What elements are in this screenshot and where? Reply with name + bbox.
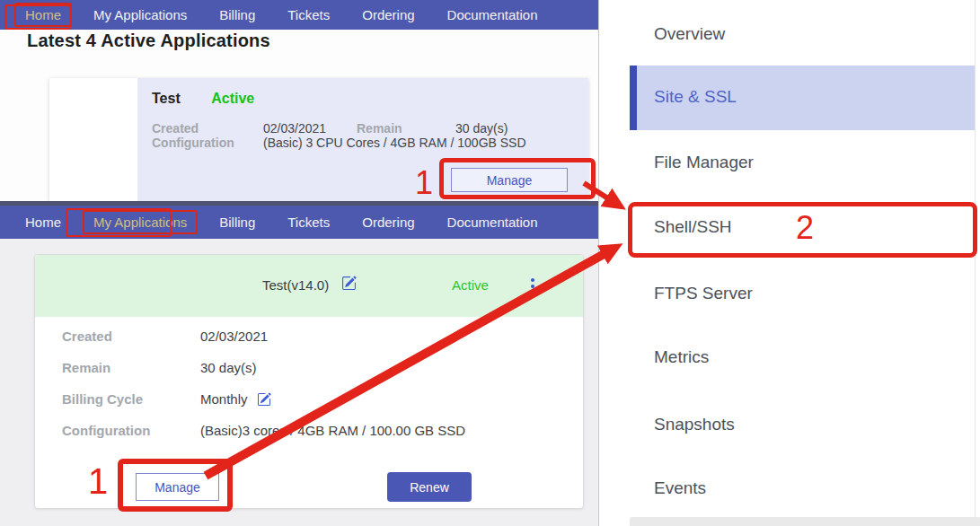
sidebar-item-snapshots[interactable]: Snapshots bbox=[654, 415, 735, 434]
remain-label: Remain bbox=[62, 360, 110, 375]
page-title: Latest 4 Active Applications bbox=[27, 31, 270, 51]
created-label: Created bbox=[62, 329, 112, 344]
manage-sidebar: Overview Site & SSL File Manager Shell/S… bbox=[598, 0, 980, 526]
sidebar-right-edge bbox=[975, 0, 976, 526]
remain-value: 30 day(s) bbox=[455, 121, 508, 136]
sidebar-item-metrics[interactable]: Metrics bbox=[654, 347, 709, 367]
nav-item-ordering[interactable]: Ordering bbox=[351, 3, 425, 27]
created-value: 02/03/2021 bbox=[263, 121, 357, 136]
manage-button[interactable]: Manage bbox=[451, 168, 568, 192]
kebab-menu-icon[interactable] bbox=[529, 276, 536, 296]
configuration-value: (Basic)3 cores / 4GB RAM / 100.00 GB SSD bbox=[200, 423, 465, 438]
remain-label: Remain bbox=[357, 121, 455, 136]
nav-item-ordering[interactable]: Ordering bbox=[351, 210, 425, 234]
nav-item-tickets[interactable]: Tickets bbox=[277, 210, 340, 234]
application-card-detail: Test(v14.0) Active Created 02/03/2021 Re… bbox=[34, 254, 584, 509]
billing-cycle-value: Monthly bbox=[200, 391, 271, 409]
edit-billing-cycle-icon[interactable] bbox=[257, 392, 271, 409]
nav-item-tickets[interactable]: Tickets bbox=[277, 3, 340, 27]
nav-item-home[interactable]: Home bbox=[14, 210, 72, 234]
renew-button[interactable]: Renew bbox=[387, 472, 472, 502]
manage-button[interactable]: Manage bbox=[136, 473, 219, 501]
configuration-value: (Basic) 3 CPU Cores / 4GB RAM / 100GB SS… bbox=[263, 136, 526, 150]
app-title: Test(v14.0) bbox=[262, 277, 329, 293]
sidebar-item-overview[interactable]: Overview bbox=[654, 24, 725, 44]
remain-value: 30 day(s) bbox=[200, 360, 257, 375]
nav-item-billing[interactable]: Billing bbox=[208, 3, 266, 27]
top-navbar-2: Home My Applications Billing Tickets Ord… bbox=[0, 204, 598, 239]
nav-item-documentation[interactable]: Documentation bbox=[437, 3, 549, 27]
sidebar-item-site-ssl[interactable]: Site & SSL bbox=[630, 66, 975, 130]
configuration-label: Configuration bbox=[62, 423, 150, 438]
top-navbar: Home My Applications Billing Tickets Ord… bbox=[0, 0, 598, 30]
sidebar-item-shell-ssh[interactable]: Shell/SSH bbox=[654, 217, 732, 237]
nav-item-my-applications[interactable]: My Applications bbox=[83, 210, 198, 234]
created-value: 02/03/2021 bbox=[200, 329, 268, 344]
app-status-badge: Active bbox=[211, 91, 254, 106]
app-icon-placeholder bbox=[49, 78, 137, 201]
sidebar-item-ftps-server[interactable]: FTPS Server bbox=[654, 284, 753, 303]
billing-cycle-label: Billing Cycle bbox=[62, 391, 143, 407]
nav-item-billing[interactable]: Billing bbox=[208, 210, 266, 234]
nav-item-documentation[interactable]: Documentation bbox=[437, 210, 549, 234]
configuration-label: Configuration bbox=[152, 136, 263, 150]
billing-cycle-text: Monthly bbox=[200, 391, 248, 407]
screenshot-canvas: Home My Applications Billing Tickets Ord… bbox=[0, 0, 980, 526]
app-name: Test bbox=[152, 91, 181, 106]
application-card-header: Test(v14.0) Active bbox=[35, 255, 583, 317]
nav-item-home[interactable]: Home bbox=[14, 3, 72, 27]
sidebar-item-file-manager[interactable]: File Manager bbox=[654, 153, 754, 172]
nav-item-my-applications[interactable]: My Applications bbox=[83, 3, 198, 27]
app-status-badge: Active bbox=[452, 277, 489, 293]
created-label: Created bbox=[152, 121, 263, 136]
sidebar-item-label: Site & SSL bbox=[654, 87, 737, 107]
sidebar-bottom-strip bbox=[630, 517, 980, 526]
sidebar-item-events[interactable]: Events bbox=[654, 478, 706, 498]
active-indicator-bar bbox=[630, 66, 637, 130]
edit-title-icon[interactable] bbox=[341, 276, 357, 294]
